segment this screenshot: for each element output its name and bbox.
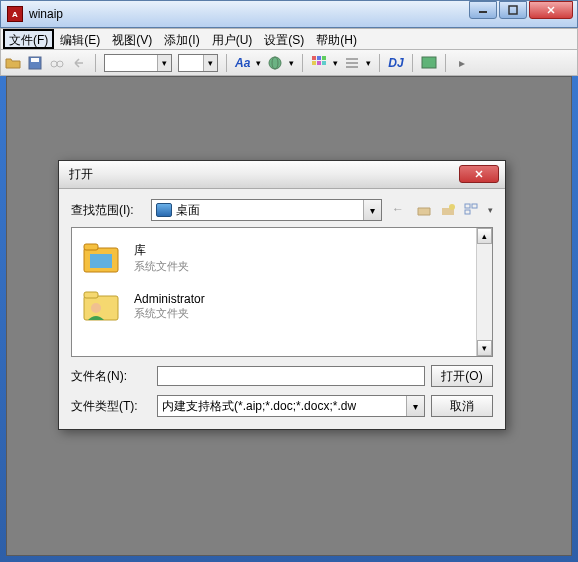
arrow-icon[interactable]: ▸	[454, 55, 470, 71]
font-style-icon[interactable]: Aa	[235, 56, 250, 70]
svg-rect-28	[90, 254, 112, 268]
menu-help[interactable]: 帮助(H)	[310, 29, 363, 49]
chevron-down-icon: ▾	[406, 396, 424, 416]
svg-rect-5	[31, 58, 39, 62]
view-menu-icon[interactable]	[464, 202, 480, 218]
scroll-up-icon[interactable]: ▴	[477, 228, 492, 244]
dialog-title: 打开	[69, 166, 93, 183]
list-item[interactable]: 库系统文件夹	[82, 234, 466, 282]
undo-icon[interactable]	[71, 55, 87, 71]
svg-rect-1	[509, 6, 517, 14]
svg-rect-24	[472, 204, 477, 208]
svg-rect-19	[422, 57, 436, 68]
scroll-down-icon[interactable]: ▾	[477, 340, 492, 356]
minimize-button[interactable]	[469, 1, 497, 19]
chevron-down-icon: ▾	[363, 200, 381, 220]
svg-point-22	[449, 204, 455, 210]
svg-rect-10	[312, 56, 316, 60]
svg-rect-12	[322, 56, 326, 60]
file-type: 系统文件夹	[134, 306, 205, 321]
svg-rect-23	[465, 204, 470, 208]
separator	[445, 54, 446, 72]
dj-button[interactable]: DJ	[388, 56, 403, 70]
save-icon[interactable]	[27, 55, 43, 71]
desktop-icon	[156, 203, 172, 217]
lines-icon[interactable]	[344, 55, 360, 71]
filetype-combo[interactable]: 内建支持格式(*.aip;*.doc;*.docx;*.dw ▾	[157, 395, 425, 417]
open-icon[interactable]	[5, 55, 21, 71]
file-name: 库	[134, 242, 189, 259]
separator	[412, 54, 413, 72]
dialog-titlebar: 打开	[59, 161, 505, 189]
dialog-close-button[interactable]	[459, 165, 499, 183]
screen-icon[interactable]	[421, 55, 437, 71]
svg-rect-14	[317, 61, 321, 65]
color-grid-icon[interactable]	[311, 55, 327, 71]
separator	[379, 54, 380, 72]
menu-edit[interactable]: 编辑(E)	[54, 29, 106, 49]
window-title: winaip	[29, 7, 63, 21]
up-icon[interactable]	[416, 202, 432, 218]
globe-icon[interactable]	[267, 55, 283, 71]
svg-point-6	[51, 61, 57, 67]
separator	[226, 54, 227, 72]
filetype-label: 文件类型(T):	[71, 398, 151, 415]
svg-point-8	[269, 57, 281, 69]
menubar: 文件(F) 编辑(E) 视图(V) 添加(I) 用户(U) 设置(S) 帮助(H…	[0, 28, 578, 50]
svg-point-31	[91, 303, 101, 313]
file-type: 系统文件夹	[134, 259, 189, 274]
binoculars-icon[interactable]	[49, 55, 65, 71]
cancel-button[interactable]: 取消	[431, 395, 493, 417]
svg-point-7	[57, 61, 63, 67]
lookin-value: 桌面	[176, 202, 200, 219]
list-item[interactable]: Administrator系统文件夹	[82, 282, 466, 330]
back-icon[interactable]: ←	[392, 202, 408, 218]
menu-settings[interactable]: 设置(S)	[258, 29, 310, 49]
size-combo[interactable]: ▾	[178, 54, 218, 72]
menu-user[interactable]: 用户(U)	[206, 29, 259, 49]
svg-rect-30	[84, 292, 98, 298]
menu-view[interactable]: 视图(V)	[106, 29, 158, 49]
filetype-value: 内建支持格式(*.aip;*.doc;*.docx;*.dw	[162, 398, 356, 415]
open-button[interactable]: 打开(O)	[431, 365, 493, 387]
svg-rect-13	[312, 61, 316, 65]
library-icon	[82, 240, 122, 276]
maximize-button[interactable]	[499, 1, 527, 19]
lookin-combo[interactable]: 桌面 ▾	[151, 199, 382, 221]
titlebar: A winaip	[0, 0, 578, 28]
filename-label: 文件名(N):	[71, 368, 151, 385]
app-icon: A	[7, 6, 23, 22]
open-dialog: 打开 查找范围(I): 桌面 ▾ ← ▾ 库系统文件夹	[58, 160, 506, 430]
separator	[95, 54, 96, 72]
separator	[302, 54, 303, 72]
svg-rect-25	[465, 210, 470, 214]
filename-input[interactable]	[157, 366, 425, 386]
menu-file[interactable]: 文件(F)	[3, 29, 54, 49]
svg-rect-11	[317, 56, 321, 60]
menu-add[interactable]: 添加(I)	[158, 29, 205, 49]
file-name: Administrator	[134, 292, 205, 306]
file-list[interactable]: 库系统文件夹 Administrator系统文件夹 ▴ ▾	[71, 227, 493, 357]
user-folder-icon	[82, 288, 122, 324]
scrollbar[interactable]: ▴ ▾	[476, 228, 492, 356]
svg-rect-27	[84, 244, 98, 250]
lookin-label: 查找范围(I):	[71, 202, 151, 219]
toolbar: ▾ ▾ Aa ▾ ▾ ▾ ▾ DJ ▸	[0, 50, 578, 76]
new-folder-icon[interactable]	[440, 202, 456, 218]
svg-rect-15	[322, 61, 326, 65]
close-button[interactable]	[529, 1, 573, 19]
font-combo[interactable]: ▾	[104, 54, 172, 72]
